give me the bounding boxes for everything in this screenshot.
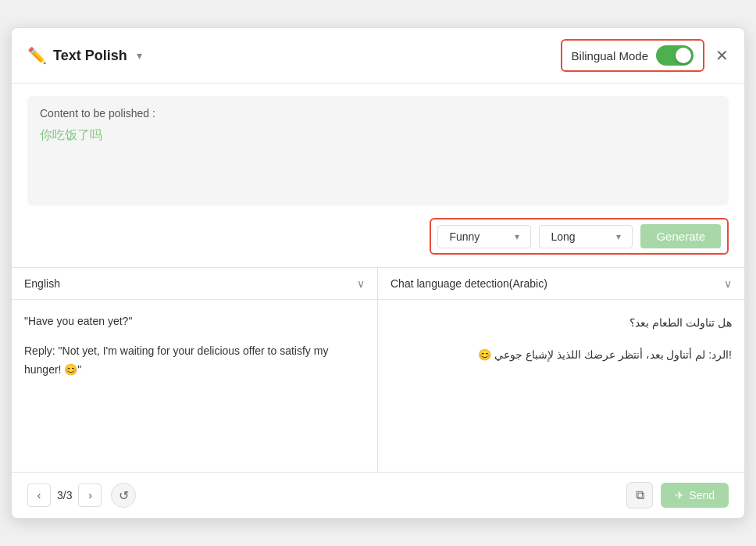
style-dropdown[interactable]: Funny ▾ bbox=[437, 225, 531, 248]
style-dropdown-value: Funny bbox=[449, 230, 480, 243]
page-indicator: 3/3 bbox=[57, 489, 72, 501]
footer-right: ⧉ ✈ Send bbox=[626, 482, 729, 509]
bilingual-mode-toggle[interactable] bbox=[656, 45, 694, 66]
header-left: ✏️ Text Polish ▾ bbox=[27, 46, 142, 65]
bilingual-mode-container: Bilingual Mode bbox=[561, 39, 704, 72]
send-icon: ✈ bbox=[675, 489, 684, 501]
header-right: Bilingual Mode ✕ bbox=[561, 39, 729, 72]
prev-page-button[interactable]: ‹ bbox=[27, 484, 51, 507]
content-label: Content to be polished : bbox=[40, 107, 716, 120]
results-header-arabic-title: Chat language detection(Arabic) bbox=[390, 277, 547, 290]
text-polish-panel: ✏️ Text Polish ▾ Bilingual Mode ✕ Conten… bbox=[11, 27, 745, 519]
english-line1: "Have you eaten yet?" bbox=[24, 312, 365, 331]
length-dropdown-chevron-icon: ▾ bbox=[616, 231, 621, 242]
toggle-thumb bbox=[676, 48, 691, 63]
results-body-arabic: هل تناولت الطعام بعد؟ !الرد: لم أتناول ب… bbox=[378, 300, 744, 472]
copy-button[interactable]: ⧉ bbox=[626, 482, 653, 509]
edit-icon: ✏️ bbox=[27, 46, 47, 65]
results-header-arabic: Chat language detection(Arabic) ∨ bbox=[378, 268, 744, 300]
send-button[interactable]: ✈ Send bbox=[661, 483, 729, 508]
panel-header: ✏️ Text Polish ▾ Bilingual Mode ✕ bbox=[12, 28, 744, 84]
style-dropdown-chevron-icon: ▾ bbox=[515, 231, 519, 242]
next-page-button[interactable]: › bbox=[78, 484, 102, 507]
length-dropdown[interactable]: Long ▾ bbox=[539, 225, 633, 248]
results-body-english: "Have you eaten yet?" Reply: "Not yet, I… bbox=[12, 300, 377, 472]
bilingual-mode-label: Bilingual Mode bbox=[572, 49, 648, 62]
title-chevron-icon[interactable]: ▾ bbox=[137, 49, 142, 62]
content-input-area[interactable]: Content to be polished : 你吃饭了吗 bbox=[27, 96, 729, 205]
results-col-arabic: Chat language detection(Arabic) ∨ هل تنا… bbox=[378, 268, 744, 472]
panel-footer: ‹ 3/3 › ↺ ⧉ ✈ Send bbox=[12, 472, 744, 518]
arabic-line1: هل تناولت الطعام بعد؟ bbox=[390, 312, 732, 334]
generate-button[interactable]: Generate bbox=[640, 224, 721, 248]
controls-inner: Funny ▾ Long ▾ Generate bbox=[430, 218, 729, 255]
results-header-arabic-chevron-icon[interactable]: ∨ bbox=[724, 277, 732, 290]
english-line2: Reply: "Not yet, I'm waiting for your de… bbox=[24, 342, 365, 380]
controls-row: Funny ▾ Long ▾ Generate bbox=[12, 218, 744, 267]
results-header-english-chevron-icon[interactable]: ∨ bbox=[357, 277, 365, 290]
refresh-button[interactable]: ↺ bbox=[111, 483, 136, 508]
panel-title: Text Polish bbox=[53, 48, 127, 64]
length-dropdown-value: Long bbox=[551, 230, 575, 243]
results-header-english-title: English bbox=[24, 277, 60, 290]
pagination: ‹ 3/3 › bbox=[27, 484, 102, 507]
results-grid: English ∨ "Have you eaten yet?" Reply: "… bbox=[12, 267, 744, 472]
send-label: Send bbox=[689, 489, 715, 501]
arabic-line2: !الرد: لم أتناول بعد، أنتظر عرضك اللذيذ … bbox=[390, 344, 732, 366]
close-button[interactable]: ✕ bbox=[715, 48, 729, 63]
copy-icon: ⧉ bbox=[636, 488, 644, 502]
content-text: 你吃饭了吗 bbox=[40, 127, 716, 144]
results-col-english: English ∨ "Have you eaten yet?" Reply: "… bbox=[12, 268, 378, 472]
results-header-english: English ∨ bbox=[12, 268, 377, 300]
